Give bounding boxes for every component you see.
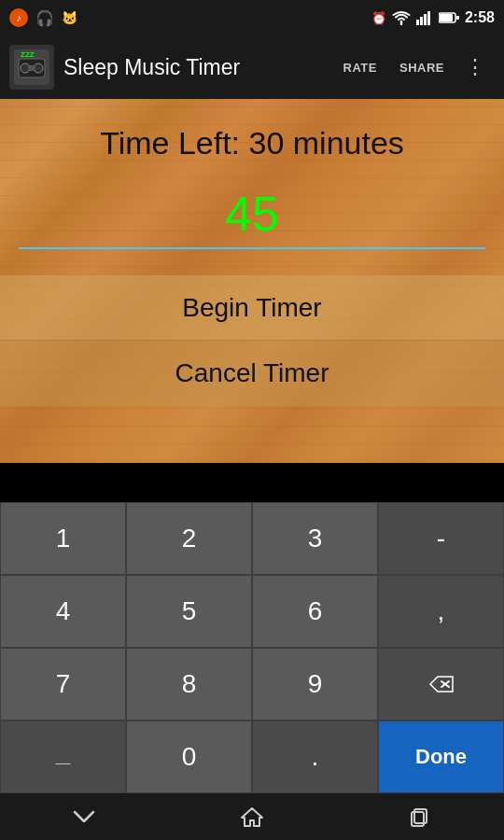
svg-rect-3 <box>427 11 430 25</box>
share-button[interactable]: SHARE <box>390 55 454 80</box>
notification-icon: 🐱 <box>62 10 77 25</box>
key-4[interactable]: 4 <box>0 575 126 648</box>
rate-button[interactable]: RATE <box>334 55 386 80</box>
clock-time: 2:58 <box>465 9 495 26</box>
status-bar: ♪ 🎧 🐱 ⏰ 2:58 <box>0 0 504 35</box>
nav-bar <box>0 793 504 840</box>
keyboard: 1 2 3 - 4 5 6 , 7 8 9 __ 0 . Done <box>0 502 504 793</box>
recents-icon <box>410 806 430 827</box>
signal-icon <box>416 10 433 25</box>
key-dash[interactable]: - <box>378 502 504 575</box>
alarm-icon: ⏰ <box>371 11 386 25</box>
timer-input-value[interactable]: 45 <box>19 180 485 245</box>
key-period[interactable]: . <box>252 721 378 793</box>
input-area[interactable]: 45 <box>19 180 485 249</box>
overflow-menu-button[interactable]: ⋮ <box>457 55 495 78</box>
svg-rect-5 <box>440 14 453 21</box>
cancel-timer-button[interactable]: Cancel Timer <box>0 341 504 406</box>
main-content: Time Left: 30 minutes 45 Begin Timer Can… <box>0 99 504 463</box>
wifi-icon <box>392 10 411 25</box>
svg-marker-16 <box>242 808 262 826</box>
svg-rect-1 <box>420 17 423 25</box>
key-comma[interactable]: , <box>378 575 504 648</box>
app-icon: ZZZ <box>9 45 54 90</box>
svg-marker-13 <box>430 677 453 692</box>
key-row-1: 1 2 3 - <box>0 502 504 575</box>
status-bar-left: ♪ 🎧 🐱 <box>9 8 77 27</box>
home-button[interactable] <box>224 798 280 835</box>
key-6[interactable]: 6 <box>252 575 378 648</box>
key-7[interactable]: 7 <box>0 648 126 721</box>
status-bar-right: ⏰ 2:58 <box>371 9 495 26</box>
key-space[interactable]: __ <box>0 721 126 793</box>
headphone-icon: 🎧 <box>35 9 54 27</box>
key-5[interactable]: 5 <box>126 575 252 648</box>
time-left-display: Time Left: 30 minutes <box>0 99 504 171</box>
key-row-4: __ 0 . Done <box>0 721 504 793</box>
home-icon <box>240 805 264 828</box>
key-8[interactable]: 8 <box>126 648 252 721</box>
svg-text:ZZZ: ZZZ <box>21 50 35 59</box>
key-0[interactable]: 0 <box>126 721 252 793</box>
app-bar-actions: RATE SHARE ⋮ <box>334 55 495 80</box>
svg-rect-0 <box>416 20 419 25</box>
back-button[interactable] <box>56 798 112 835</box>
key-backspace[interactable] <box>378 648 504 721</box>
buttons-area: Begin Timer Cancel Timer <box>0 275 504 406</box>
backspace-icon <box>428 675 455 693</box>
app-bar: ZZZ Sleep Music Timer RATE SHARE ⋮ <box>0 35 504 99</box>
key-1[interactable]: 1 <box>0 502 126 575</box>
key-row-3: 7 8 9 <box>0 648 504 721</box>
app-title: Sleep Music Timer <box>63 55 334 80</box>
music-notification-icon: ♪ <box>9 8 28 27</box>
svg-rect-11 <box>28 65 35 71</box>
key-3[interactable]: 3 <box>252 502 378 575</box>
key-9[interactable]: 9 <box>252 648 378 721</box>
begin-timer-button[interactable]: Begin Timer <box>0 275 504 341</box>
svg-rect-6 <box>456 16 459 20</box>
key-done[interactable]: Done <box>378 721 504 793</box>
svg-rect-2 <box>424 14 427 25</box>
recents-button[interactable] <box>392 798 448 835</box>
back-icon <box>71 806 97 827</box>
battery-icon <box>439 11 459 24</box>
input-underline <box>19 247 485 249</box>
key-2[interactable]: 2 <box>126 502 252 575</box>
key-row-2: 4 5 6 , <box>0 575 504 648</box>
